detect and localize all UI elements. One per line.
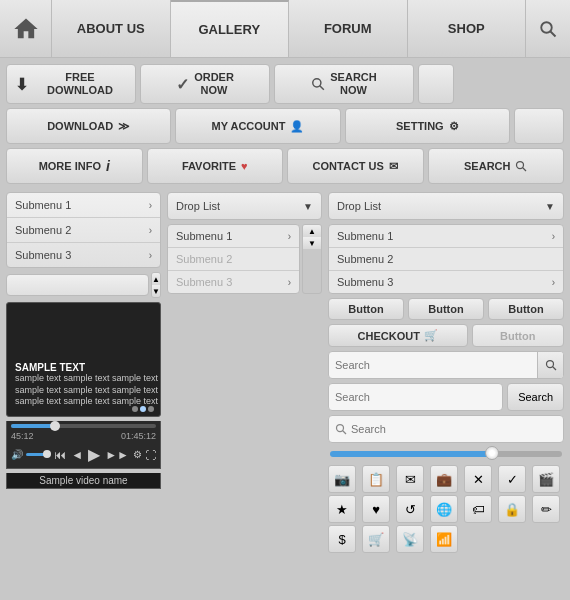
slider-thumb[interactable]: [485, 446, 499, 460]
mid-spinner-down[interactable]: ▼: [303, 237, 321, 249]
right-column: Drop List ▼ Submenu 1 › Submenu 2 Submen…: [328, 192, 564, 553]
my-account-button[interactable]: MY ACCOUNT 👤: [175, 108, 340, 144]
video-name: Sample video name: [6, 473, 161, 489]
contact-us-button[interactable]: CONTACT US ✉: [287, 148, 424, 184]
nav-forum[interactable]: FORUM: [289, 0, 408, 57]
nav-about-us[interactable]: ABOUT US: [52, 0, 171, 57]
chevron-right-icon: ›: [288, 231, 291, 242]
search-label-row3: SEARCH: [464, 160, 510, 172]
search-now-button[interactable]: SEARCH NOW: [274, 64, 414, 104]
icon-tag[interactable]: 🏷: [464, 495, 492, 523]
svg-point-8: [337, 425, 344, 432]
icon-camera[interactable]: 📷: [328, 465, 356, 493]
icon-cart[interactable]: 🛒: [362, 525, 390, 553]
nav-shop[interactable]: SHOP: [408, 0, 527, 57]
more-info-button[interactable]: MORE INFO i: [6, 148, 143, 184]
video-controls: 45:12 01:45:12 🔊 ⏮ ◄ ▶ ►► ⚙ ⛶: [6, 421, 161, 469]
right-submenu-2[interactable]: Submenu 2: [329, 248, 563, 271]
left-submenu-1[interactable]: Submenu 1 ›: [7, 193, 160, 218]
icon-pencil[interactable]: ✏: [532, 495, 560, 523]
icon-signal[interactable]: 📶: [430, 525, 458, 553]
svg-line-7: [552, 367, 556, 371]
video-progress-bar[interactable]: [11, 424, 156, 428]
spinner-up-button[interactable]: ▲: [152, 273, 160, 285]
search-button-row3[interactable]: SEARCH: [428, 148, 565, 184]
right-dropdown[interactable]: Drop List ▼: [328, 192, 564, 220]
mid-submenu-1[interactable]: Submenu 1 ›: [168, 225, 299, 248]
nav-search-button[interactable]: [526, 0, 570, 57]
icon-video[interactable]: 🎬: [532, 465, 560, 493]
home-button[interactable]: [0, 0, 52, 57]
volume-slider[interactable]: [26, 453, 50, 456]
checkout-button[interactable]: CHECKOUT 🛒: [328, 324, 468, 347]
mid-spinner-up[interactable]: ▲: [303, 225, 321, 237]
contact-us-label: CONTACT US: [313, 160, 384, 172]
empty-button[interactable]: [418, 64, 454, 104]
right-submenu-1[interactable]: Submenu 1 ›: [329, 225, 563, 248]
chevron-right-icon: ›: [288, 277, 291, 288]
left-spinner-input[interactable]: [6, 274, 149, 296]
free-download-button[interactable]: ⬇ FREE DOWNLOAD: [6, 64, 136, 104]
icon-refresh[interactable]: ↺: [396, 495, 424, 523]
search-row-3[interactable]: [328, 415, 564, 443]
skip-back-button[interactable]: ⏮: [53, 447, 67, 463]
search-input-2[interactable]: [328, 383, 503, 411]
left-submenu-2[interactable]: Submenu 2 ›: [7, 218, 160, 243]
icon-document[interactable]: 📋: [362, 465, 390, 493]
slider-track[interactable]: [330, 451, 562, 457]
icon-star[interactable]: ★: [328, 495, 356, 523]
video-text: SAMPLE TEXT sample text sample text samp…: [15, 362, 158, 408]
video-progress-thumb[interactable]: [50, 421, 60, 431]
settings-icon[interactable]: ⚙: [133, 449, 142, 460]
left-submenu-3[interactable]: Submenu 3 ›: [7, 243, 160, 267]
icon-briefcase[interactable]: 💼: [430, 465, 458, 493]
search-icon-button-1[interactable]: [537, 351, 563, 379]
spinner-down-button[interactable]: ▼: [152, 285, 160, 297]
button-right-active[interactable]: Button: [408, 298, 484, 320]
checkout-label: CHECKOUT: [358, 330, 420, 342]
video-time-current: 45:12: [11, 431, 34, 441]
cart-icon: 🛒: [424, 329, 438, 342]
gear-icon: ⚙: [449, 120, 459, 133]
video-progress-fill: [11, 424, 55, 428]
search-icon: [545, 359, 557, 371]
icon-dollar[interactable]: $: [328, 525, 356, 553]
icon-globe[interactable]: 🌐: [430, 495, 458, 523]
icon-close[interactable]: ✕: [464, 465, 492, 493]
icon-mail[interactable]: ✉: [396, 465, 424, 493]
main-content: Submenu 1 › Submenu 2 › Submenu 3 › ▲ ▼ …: [0, 188, 570, 557]
fullscreen-icon[interactable]: ⛶: [145, 449, 156, 461]
mid-submenu-3[interactable]: Submenu 3 ›: [168, 271, 299, 293]
slider-row: [328, 447, 564, 461]
svg-line-3: [320, 86, 324, 90]
search-row-1[interactable]: [328, 351, 564, 379]
icon-heart[interactable]: ♥: [362, 495, 390, 523]
fast-forward-button[interactable]: ►►: [104, 447, 130, 463]
button-right-large[interactable]: Button: [488, 298, 564, 320]
setting-button[interactable]: SETTING ⚙: [345, 108, 510, 144]
video-sample-title: SAMPLE TEXT: [15, 362, 158, 373]
play-button[interactable]: ▶: [87, 444, 101, 465]
mid-spinner-control: ▲ ▼: [302, 224, 322, 294]
search-input-1[interactable]: [329, 359, 537, 371]
ghost-button[interactable]: Button: [472, 324, 565, 347]
button-left[interactable]: Button: [328, 298, 404, 320]
icon-lock[interactable]: 🔒: [498, 495, 526, 523]
icon-rss[interactable]: 📡: [396, 525, 424, 553]
icon-check[interactable]: ✓: [498, 465, 526, 493]
mid-submenu-2[interactable]: Submenu 2: [168, 248, 299, 271]
free-download-label: FREE DOWNLOAD: [33, 71, 127, 97]
search-input-3[interactable]: [351, 423, 557, 435]
order-now-button[interactable]: ✓ ORDER NOW: [140, 64, 270, 104]
search-now-icon: [311, 77, 325, 91]
nav-gallery[interactable]: GALLERY: [171, 0, 290, 57]
svg-line-5: [523, 168, 527, 172]
favorite-button[interactable]: FAVORITE ♥: [147, 148, 284, 184]
right-submenu-3[interactable]: Submenu 3 ›: [329, 271, 563, 293]
left-spinner-row: ▲ ▼: [6, 272, 161, 298]
mid-dropdown[interactable]: Drop List ▼: [167, 192, 322, 220]
top-navigation: ABOUT US GALLERY FORUM SHOP: [0, 0, 570, 58]
download-button[interactable]: DOWNLOAD ≫: [6, 108, 171, 144]
rewind-button[interactable]: ◄: [70, 447, 84, 463]
search-button-2[interactable]: Search: [507, 383, 564, 411]
